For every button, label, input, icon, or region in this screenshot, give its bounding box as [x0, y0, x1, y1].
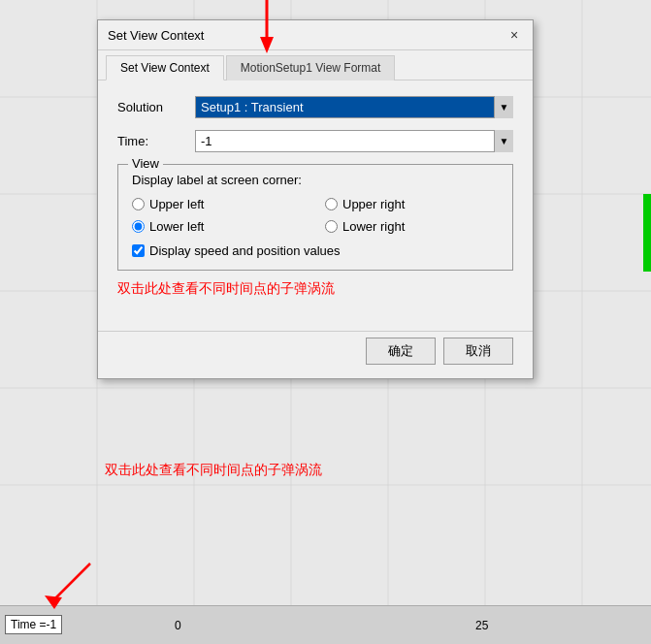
- axis-area: 0 25: [0, 605, 651, 644]
- dialog-tabs: Set View Context MotionSetup1 View Forma…: [98, 50, 533, 80]
- radio-upper-left-input[interactable]: [132, 198, 145, 210]
- display-label-text: Display label at screen corner:: [132, 173, 499, 187]
- radio-upper-left: Upper left: [132, 197, 306, 211]
- radio-lower-left: Lower left: [132, 219, 306, 234]
- dialog-footer: 确定 取消: [98, 331, 533, 378]
- radio-lower-left-input[interactable]: [132, 220, 145, 233]
- solution-select-wrapper: Setup1 : Transient ▼: [195, 96, 513, 118]
- svg-marker-14: [45, 596, 62, 609]
- solution-select[interactable]: Setup1 : Transient: [195, 96, 513, 118]
- time-label-field: Time:: [117, 134, 195, 148]
- time-select-wrapper: -1 ▼: [195, 130, 513, 152]
- radio-upper-right-input[interactable]: [325, 198, 338, 210]
- tab-set-view-context[interactable]: Set View Context: [106, 55, 224, 80]
- solution-row: Solution Setup1 : Transient ▼: [117, 96, 513, 118]
- dialog-titlebar: Set View Context ×: [98, 20, 533, 50]
- svg-line-13: [51, 564, 90, 602]
- radio-upper-left-label: Upper left: [149, 197, 204, 211]
- view-group-box: View Display label at screen corner: Upp…: [117, 164, 513, 271]
- dialog-annotation: 双击此处查看不同时间点的子弹涡流: [117, 280, 513, 298]
- time-label: Time =-1: [5, 615, 62, 634]
- radio-upper-right: Upper right: [325, 197, 499, 211]
- time-row: Time: -1 ▼: [117, 130, 513, 152]
- display-speed-checkbox[interactable]: [132, 244, 145, 257]
- radio-grid: Upper left Upper right Lower left Lower …: [132, 197, 499, 234]
- solution-label: Solution: [117, 100, 195, 114]
- annotation-text: 双击此处查看不同时间点的子弹涡流: [105, 462, 322, 479]
- bottom-red-arrow: [37, 559, 95, 617]
- radio-upper-right-label: Upper right: [342, 197, 405, 211]
- axis-twenty-five: 25: [475, 619, 488, 632]
- green-bar: [643, 194, 651, 272]
- axis-zero: 0: [175, 619, 181, 632]
- tab-motionsetup1-view-format[interactable]: MotionSetup1 View Format: [226, 55, 396, 80]
- time-select[interactable]: -1: [195, 130, 513, 152]
- dialog-body: Solution Setup1 : Transient ▼ Time: -1 ▼…: [98, 80, 533, 327]
- radio-lower-right-label: Lower right: [342, 219, 405, 234]
- top-red-arrow: [252, 0, 281, 58]
- dialog-title: Set View Context: [108, 28, 204, 43]
- close-button[interactable]: ×: [505, 26, 523, 44]
- ok-button[interactable]: 确定: [366, 338, 436, 365]
- dialog: Set View Context × Set View Context Moti…: [97, 19, 534, 379]
- cancel-button[interactable]: 取消: [443, 338, 513, 365]
- radio-lower-left-label: Lower left: [149, 219, 204, 234]
- view-group-title: View: [128, 156, 163, 171]
- radio-lower-right-input[interactable]: [325, 220, 338, 233]
- checkbox-row: Display speed and position values: [132, 243, 499, 258]
- svg-marker-12: [260, 37, 274, 53]
- display-speed-label: Display speed and position values: [149, 243, 341, 258]
- radio-lower-right: Lower right: [325, 219, 499, 234]
